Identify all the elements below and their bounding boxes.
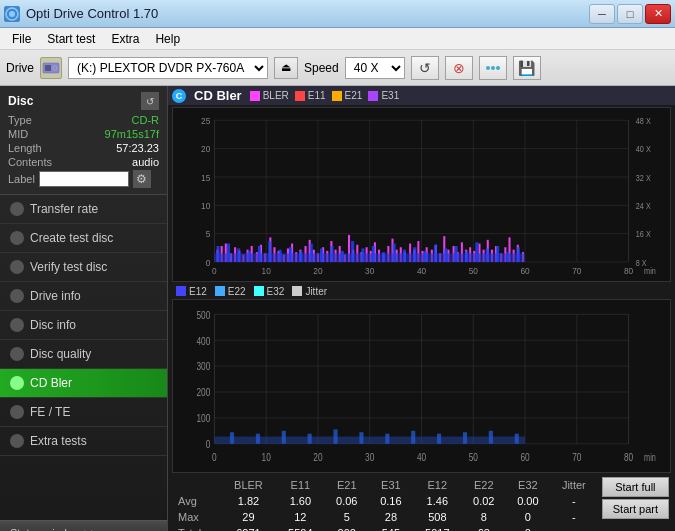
refresh-button[interactable]: ↺ (411, 56, 439, 80)
save-button[interactable]: 💾 (513, 56, 541, 80)
sidebar-item-extra-tests[interactable]: Extra tests (0, 427, 167, 456)
legend-box-e32 (254, 286, 264, 296)
legend-box-e11 (295, 91, 305, 101)
sidebar-item-fe-te[interactable]: FE / TE (0, 398, 167, 427)
sidebar: Disc ↺ Type CD-R MID 97m15s17f Length 57… (0, 86, 168, 531)
sidebar-item-drive-info[interactable]: Drive info (0, 282, 167, 311)
speed-select[interactable]: 40 X (345, 57, 405, 79)
svg-rect-120 (237, 248, 240, 262)
stats-col-e22: E22 (462, 477, 506, 493)
title-bar: Opti Drive Control 1.70 ─ □ ✕ (0, 0, 675, 28)
svg-rect-128 (320, 248, 323, 262)
stats-avg-e11: 1.60 (276, 493, 325, 509)
svg-rect-130 (341, 251, 344, 262)
stats-col-jitter: Jitter (550, 477, 598, 493)
disc-refresh-button[interactable]: ↺ (141, 92, 159, 110)
eject-button[interactable]: ⏏ (274, 57, 298, 79)
close-button[interactable]: ✕ (645, 4, 671, 24)
nav-label-drive-info: Drive info (30, 289, 81, 303)
nav-label-verify-test-disc: Verify test disc (30, 260, 107, 274)
disc-panel-title: Disc (8, 94, 33, 108)
stats-area: BLER E11 E21 E31 E12 E22 E32 Jitter Avg (172, 475, 671, 531)
svg-text:200: 200 (196, 385, 210, 398)
speed-label: Speed (304, 61, 339, 75)
nav-label-create-test-disc: Create test disc (30, 231, 113, 245)
svg-point-6 (486, 66, 490, 70)
stats-avg-e32: 0.00 (506, 493, 550, 509)
legend-jitter: Jitter (292, 286, 327, 297)
svg-text:50: 50 (469, 266, 478, 277)
legend-e12: E12 (176, 286, 207, 297)
menu-file[interactable]: File (4, 30, 39, 48)
toolbar: Drive (K:) PLEXTOR DVDR PX-760A 1.07 ⏏ S… (0, 50, 675, 86)
svg-rect-189 (437, 433, 441, 443)
stats-col-bler: BLER (221, 477, 276, 493)
svg-text:20: 20 (313, 450, 323, 463)
legend-box-e21 (332, 91, 342, 101)
title-bar-left: Opti Drive Control 1.70 (4, 6, 158, 22)
stats-total-e31: 545 (369, 525, 413, 531)
legend-bler: BLER (250, 90, 289, 101)
stats-col-label (174, 477, 221, 493)
minimize-button[interactable]: ─ (589, 4, 615, 24)
svg-text:10: 10 (262, 266, 271, 277)
sidebar-item-disc-info[interactable]: Disc info (0, 311, 167, 340)
svg-rect-185 (333, 429, 337, 443)
svg-rect-138 (424, 251, 427, 262)
stats-avg-e31: 0.16 (369, 493, 413, 509)
svg-text:80: 80 (624, 266, 633, 277)
disc-label-input[interactable] (39, 171, 129, 187)
svg-text:32 X: 32 X (636, 173, 652, 183)
start-part-button[interactable]: Start part (602, 499, 669, 519)
stats-col-e31: E31 (369, 477, 413, 493)
svg-text:40: 40 (417, 450, 427, 463)
stats-row-total: Total 6271 5524 202 545 5017 63 0 - (174, 525, 598, 531)
stats-total-e21: 202 (325, 525, 369, 531)
status-window-button[interactable]: Status window >> (0, 520, 167, 531)
svg-text:100: 100 (196, 411, 210, 424)
svg-text:0: 0 (212, 266, 217, 277)
sidebar-item-create-test-disc[interactable]: Create test disc (0, 224, 167, 253)
menu-start-test[interactable]: Start test (39, 30, 103, 48)
top-chart-svg: 0 5 10 15 20 25 8 X 16 X 24 X 32 X 40 X … (173, 108, 670, 281)
svg-text:70: 70 (572, 450, 582, 463)
bottom-chart-legend: E12 E22 E32 Jitter (172, 284, 671, 299)
sidebar-item-cd-bler[interactable]: CD Bler (0, 369, 167, 398)
svg-text:300: 300 (196, 360, 210, 373)
svg-rect-119 (227, 244, 230, 262)
svg-rect-122 (258, 246, 261, 262)
disc-mid-label: MID (8, 128, 28, 140)
menu-bar: File Start test Extra Help (0, 28, 675, 50)
drive-icon (40, 57, 62, 79)
svg-rect-121 (248, 251, 251, 262)
svg-text:16 X: 16 X (636, 230, 652, 240)
sidebar-item-disc-quality[interactable]: Disc quality (0, 340, 167, 369)
sidebar-item-verify-test-disc[interactable]: Verify test disc (0, 253, 167, 282)
start-full-button[interactable]: Start full (602, 477, 669, 497)
nav-dot-drive-info (10, 289, 24, 303)
maximize-button[interactable]: □ (617, 4, 643, 24)
svg-text:24 X: 24 X (636, 201, 652, 211)
svg-text:0: 0 (206, 257, 211, 268)
sidebar-item-transfer-rate[interactable]: Transfer rate (0, 195, 167, 224)
options-button[interactable] (479, 56, 507, 80)
label-settings-button[interactable]: ⚙ (133, 170, 151, 188)
svg-text:70: 70 (572, 266, 581, 277)
disc-length-value: 57:23.23 (116, 142, 159, 154)
drive-select[interactable]: (K:) PLEXTOR DVDR PX-760A 1.07 (68, 57, 268, 79)
svg-text:60: 60 (520, 450, 530, 463)
menu-help[interactable]: Help (147, 30, 188, 48)
svg-text:0: 0 (212, 450, 217, 463)
svg-text:40 X: 40 X (636, 145, 652, 155)
svg-text:48 X: 48 X (636, 116, 652, 126)
svg-rect-125 (289, 247, 292, 262)
stats-total-label: Total (174, 525, 221, 531)
stats-avg-e22: 0.02 (462, 493, 506, 509)
menu-extra[interactable]: Extra (103, 30, 147, 48)
svg-rect-139 (434, 245, 437, 262)
nav-label-cd-bler: CD Bler (30, 376, 72, 390)
stats-max-e32: 0 (506, 509, 550, 525)
legend-e22: E22 (215, 286, 246, 297)
erase-button[interactable]: ⊗ (445, 56, 473, 80)
stats-avg-bler: 1.82 (221, 493, 276, 509)
